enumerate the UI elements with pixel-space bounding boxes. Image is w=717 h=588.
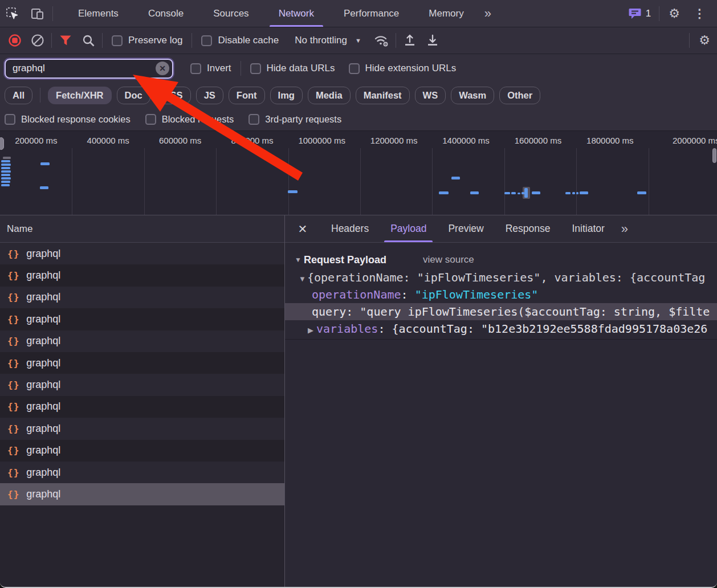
tab-preview[interactable]: Preview: [437, 215, 494, 242]
preserve-log-checkbox[interactable]: [112, 35, 123, 46]
tab-console[interactable]: Console: [133, 0, 198, 27]
request-timing-bar: [439, 191, 449, 194]
payload-segment-plain: query: [312, 305, 346, 318]
disable-cache-checkbox[interactable]: [201, 35, 212, 46]
tab-sources[interactable]: Sources: [198, 0, 263, 27]
request-timing-bar: [1, 177, 11, 179]
hide-extension-urls-checkbox[interactable]: [349, 63, 360, 74]
tab-elements[interactable]: Elements: [63, 0, 133, 27]
request-row[interactable]: {}graphql: [0, 287, 284, 308]
tab-memory[interactable]: Memory: [414, 0, 478, 27]
customize-menu-icon[interactable]: ⋮: [687, 7, 712, 21]
request-timing-bar: [511, 192, 516, 194]
collapse-triangle-icon[interactable]: ▼: [299, 271, 307, 286]
network-overview-timeline[interactable]: 200000 ms400000 ms600000 ms800000 ms1000…: [0, 131, 717, 215]
chip-css[interactable]: CSS: [156, 87, 191, 104]
timeline-tick-label: 1600000 ms: [515, 136, 562, 145]
clear-filter-icon[interactable]: ✕: [156, 62, 169, 75]
request-row[interactable]: {}graphql: [0, 330, 284, 352]
more-tabs-icon[interactable]: »: [479, 0, 496, 27]
request-row[interactable]: {}graphql: [0, 440, 284, 462]
tab-headers[interactable]: Headers: [320, 215, 380, 242]
close-panel-icon[interactable]: ✕: [285, 215, 320, 242]
chip-img[interactable]: Img: [270, 87, 303, 104]
timeline-scroll-handle[interactable]: [712, 148, 716, 163]
issues-counter[interactable]: 1: [623, 7, 657, 19]
device-toolbar-icon[interactable]: [25, 0, 50, 27]
payload-line[interactable]: ▶variables: {accountTag: "b12e3b2192ee55…: [285, 320, 717, 337]
chip-doc[interactable]: Doc: [117, 87, 150, 104]
preserve-log-toggle[interactable]: Preserve log: [105, 35, 189, 46]
blocked-requests-toggle[interactable]: Blocked requests: [145, 114, 234, 125]
chip-other[interactable]: Other: [499, 87, 540, 104]
import-har-icon[interactable]: [398, 29, 421, 52]
timeline-tick-label: 600000 ms: [159, 136, 201, 145]
hide-data-urls-toggle[interactable]: Hide data URLs: [243, 63, 342, 74]
invert-label: Invert: [207, 63, 231, 74]
network-conditions-icon[interactable]: [370, 29, 393, 52]
divider: [241, 61, 241, 76]
request-row[interactable]: {}graphql: [0, 462, 284, 483]
chip-js[interactable]: JS: [196, 87, 223, 104]
view-source-link[interactable]: view source: [423, 254, 474, 266]
divider: [40, 88, 40, 103]
clear-network-log-icon[interactable]: [26, 29, 49, 52]
chip-font[interactable]: Font: [229, 87, 265, 104]
invert-toggle[interactable]: Invert: [184, 63, 238, 74]
export-har-icon[interactable]: [421, 29, 444, 52]
invert-checkbox[interactable]: [190, 63, 201, 74]
timeline-gridline: [288, 148, 289, 215]
request-row[interactable]: {}graphql: [0, 374, 284, 395]
chip-media[interactable]: Media: [308, 87, 351, 104]
tab-payload[interactable]: Payload: [380, 215, 437, 242]
request-row[interactable]: {}graphql: [0, 483, 284, 505]
inspect-element-icon[interactable]: [0, 0, 25, 27]
tab-performance[interactable]: Performance: [329, 0, 414, 27]
checkbox[interactable]: [248, 114, 259, 125]
request-name: graphql: [26, 467, 60, 479]
request-row[interactable]: {}graphql: [0, 243, 284, 264]
request-name: graphql: [26, 379, 60, 391]
more-panel-tabs-icon[interactable]: »: [616, 215, 633, 242]
timeline-tick-label: 1000000 ms: [298, 136, 345, 145]
record-network-log-icon[interactable]: [3, 29, 26, 52]
request-row[interactable]: {}graphql: [0, 308, 284, 330]
disable-cache-toggle[interactable]: Disable cache: [194, 35, 286, 46]
request-timing-bar: [288, 190, 298, 193]
checkbox[interactable]: [145, 114, 156, 125]
expand-triangle-icon[interactable]: ▶: [308, 322, 316, 337]
payload-line[interactable]: ▼{operationName: "ipFlowTimeseries", var…: [285, 269, 717, 286]
blocked-response-cookies-toggle[interactable]: Blocked response cookies: [5, 114, 131, 125]
tab-response[interactable]: Response: [495, 215, 561, 242]
request-row[interactable]: {}graphql: [0, 418, 284, 439]
tab-initiator[interactable]: Initiator: [561, 215, 615, 242]
hide-data-urls-checkbox[interactable]: [250, 63, 261, 74]
search-icon[interactable]: [77, 29, 100, 52]
filter-input[interactable]: [6, 63, 172, 74]
throttling-dropdown[interactable]: No throttling ▼: [286, 35, 370, 46]
timeline-gridline: [432, 148, 433, 215]
collapse-triangle-icon[interactable]: ▼: [295, 256, 304, 264]
chip-fetch-xhr[interactable]: Fetch/XHR: [48, 87, 111, 104]
timeline-scroll-handle[interactable]: [0, 137, 4, 150]
name-column-header[interactable]: Name: [0, 215, 284, 243]
tab-network[interactable]: Network: [264, 0, 329, 27]
network-settings-gear-icon[interactable]: ⚙: [692, 34, 717, 47]
checkbox[interactable]: [5, 114, 15, 125]
settings-gear-icon[interactable]: ⚙: [662, 7, 687, 20]
timeline-gridline: [504, 148, 505, 215]
request-row[interactable]: {}graphql: [0, 264, 284, 286]
request-row[interactable]: {}graphql: [0, 352, 284, 374]
request-row[interactable]: {}graphql: [0, 396, 284, 418]
fetch-xhr-icon: {}: [7, 314, 19, 325]
chip-ws[interactable]: WS: [415, 87, 446, 104]
chip-manifest[interactable]: Manifest: [356, 87, 410, 104]
chip-wasm[interactable]: Wasm: [451, 87, 494, 104]
payload-line[interactable]: operationName: "ipFlowTimeseries": [285, 286, 717, 303]
filter-icon[interactable]: [54, 29, 77, 52]
3rd-party-requests-toggle[interactable]: 3rd-party requests: [248, 114, 341, 125]
chip-all[interactable]: All: [5, 87, 32, 104]
hide-extension-urls-toggle[interactable]: Hide extension URLs: [342, 63, 463, 74]
payload-line[interactable]: query: "query ipFlowTimeseries($accountT…: [285, 303, 717, 320]
chevron-down-icon: ▼: [355, 37, 361, 44]
